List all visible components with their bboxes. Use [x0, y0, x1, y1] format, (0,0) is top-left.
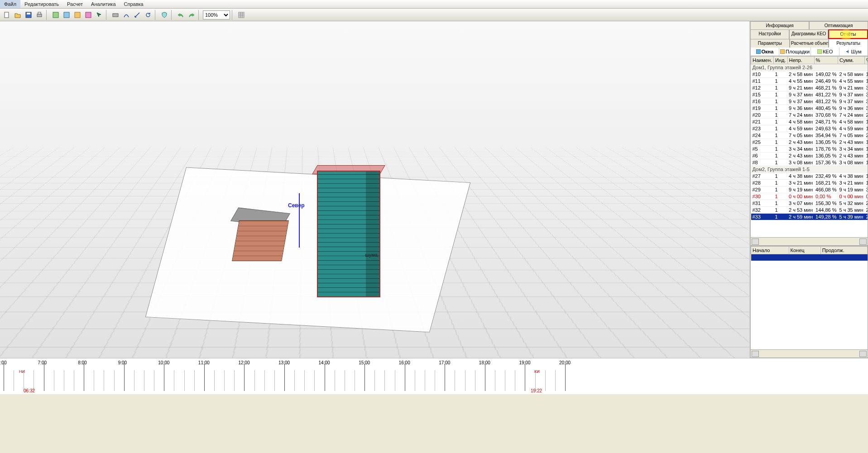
- tab-results[interactable]: Результаты: [829, 39, 868, 48]
- tb-shield-icon[interactable]: [159, 10, 169, 20]
- col-pct2[interactable]: %: [865, 57, 868, 64]
- col-pct[interactable]: %: [814, 57, 838, 64]
- svg-rect-0: [5, 12, 9, 18]
- tb-layer4-icon[interactable]: [83, 10, 93, 20]
- subtab-areas[interactable]: Площадки: [779, 48, 811, 56]
- menu-analytics[interactable]: Аналитика: [87, 0, 120, 8]
- tab-reports[interactable]: Отчёты: [828, 29, 868, 39]
- tab-keo-diagrams[interactable]: Диаграммы КЕО: [789, 29, 828, 39]
- svg-rect-4: [38, 12, 41, 14]
- table-row[interactable]: #1519 ч 37 мин481,22 %9 ч 37 мин384,9: [751, 91, 868, 98]
- timeline-subtick: [154, 370, 154, 391]
- timeline-subtick: [264, 370, 265, 391]
- table-row[interactable]: #2813 ч 21 мин168,21 %3 ч 21 мин134,5: [751, 180, 868, 186]
- svg-rect-3: [37, 14, 42, 17]
- intervals-hscroll[interactable]: [750, 350, 868, 358]
- tb-open-icon[interactable]: [13, 10, 23, 20]
- table-row[interactable]: #1619 ч 37 мин481,22 %9 ч 37 мин384,9: [751, 98, 868, 105]
- table-row[interactable]: #3113 ч 07 мин156,30 %5 ч 32 мин221,4: [751, 200, 868, 207]
- building-tower[interactable]: [317, 171, 380, 297]
- tb-rotate-icon[interactable]: [143, 10, 153, 20]
- toolbar-separator: [171, 10, 174, 20]
- timeline-subtick: [74, 370, 74, 391]
- tb-layer3-icon[interactable]: [72, 10, 82, 20]
- menu-calc[interactable]: Расчет: [63, 0, 87, 8]
- results-table[interactable]: Наимен. Инд. Непр. % Сумм. % Дом1, Групп…: [750, 56, 868, 238]
- toolbar-separator: [106, 10, 109, 20]
- col-sum[interactable]: Сумм.: [838, 57, 865, 64]
- col-end[interactable]: Конец: [789, 247, 820, 254]
- table-row[interactable]: #3312 ч 59 мин149,28 %5 ч 39 мин226,1: [751, 214, 868, 220]
- tb-line-icon[interactable]: [132, 10, 142, 20]
- table-row[interactable]: #1114 ч 55 мин246,49 %4 ч 55 мин197,1: [751, 78, 868, 85]
- tab-settings[interactable]: Настройки: [750, 29, 789, 39]
- menu-file[interactable]: Файл: [0, 0, 20, 8]
- menu-edit[interactable]: Редактировать: [20, 0, 63, 8]
- table-row[interactable]: #1012 ч 58 мин149,02 %2 ч 58 мин119,2: [751, 71, 868, 78]
- table-row[interactable]: #2114 ч 58 мин248,71 %4 ч 58 мин198,9: [751, 119, 868, 125]
- table-row[interactable]: #2017 ч 24 мин370,68 %7 ч 24 мин296,5: [751, 112, 868, 119]
- subtab-keo[interactable]: КЕО: [811, 48, 839, 56]
- table-group[interactable]: Дом2, Группа этажей 1-5: [751, 166, 868, 173]
- table-group[interactable]: Дом1, Группа этажей 2-26: [751, 64, 868, 71]
- table-row[interactable]: #2314 ч 59 мин249,63 %4 ч 59 мин199,7: [751, 125, 868, 132]
- col-duration[interactable]: Продолж.: [820, 247, 867, 254]
- viewport-3d[interactable]: Север шума: [0, 21, 750, 358]
- intervals-table[interactable]: Начало Конец Продолж.: [750, 246, 868, 350]
- tb-print-icon[interactable]: [34, 10, 44, 20]
- timeline-subtick: [455, 370, 455, 391]
- table-row[interactable]: #813 ч 08 мин157,36 %3 ч 08 мин125,8: [751, 159, 868, 166]
- timeline-tick: 19:00: [525, 364, 525, 391]
- tb-redo-icon[interactable]: [187, 10, 197, 20]
- col-nepr[interactable]: Непр.: [787, 57, 814, 64]
- building-low[interactable]: [232, 220, 289, 261]
- timeline-tick: 11:00: [204, 364, 205, 391]
- interval-row[interactable]: [751, 254, 868, 261]
- tab-calc-objects[interactable]: Расчетные объекты: [790, 39, 829, 48]
- table-row[interactable]: #3212 ч 53 мин144,86 %5 ч 35 мин223,9: [751, 207, 868, 214]
- table-hscroll[interactable]: [750, 238, 868, 246]
- svg-rect-5: [53, 12, 58, 18]
- table-row[interactable]: #1219 ч 21 мин468,21 %9 ч 21 мин374,5: [751, 85, 868, 91]
- tab-parameters[interactable]: Параметры: [750, 39, 790, 48]
- timeline-subtick: [465, 370, 465, 391]
- tb-arc-icon[interactable]: [121, 10, 131, 20]
- subtab-windows[interactable]: Окна: [751, 48, 779, 56]
- tb-layer1-icon[interactable]: [51, 10, 61, 20]
- table-row[interactable]: #1919 ч 36 мин480,45 %9 ч 36 мин384,3: [751, 105, 868, 112]
- tb-save-icon[interactable]: [24, 10, 34, 20]
- table-row[interactable]: #2417 ч 05 мин354,94 %7 ч 05 мин283,9: [751, 132, 868, 139]
- table-row[interactable]: #2919 ч 19 мин466,08 %9 ч 19 мин372,8: [751, 186, 868, 193]
- svg-rect-11: [756, 49, 761, 54]
- subtab-noise[interactable]: Шум: [839, 48, 868, 56]
- tb-pointer-icon[interactable]: [94, 10, 104, 20]
- table-row[interactable]: #2714 ч 38 мин232,49 %4 ч 38 мин186,0: [751, 173, 868, 180]
- timeline-tick: 16:00: [405, 364, 405, 391]
- timeline-subtick: [415, 370, 415, 391]
- col-name[interactable]: Наимен.: [751, 57, 774, 64]
- col-ind[interactable]: Инд.: [774, 57, 787, 64]
- tb-brick-icon[interactable]: [110, 10, 120, 20]
- table-row[interactable]: #3010 ч 00 мин0,00 %0 ч 00 мин0,00 %: [751, 193, 868, 200]
- svg-rect-8: [86, 12, 91, 18]
- toolbar: 100%: [0, 9, 868, 21]
- timeline-subtick: [174, 370, 174, 391]
- col-start[interactable]: Начало: [751, 247, 789, 254]
- timeline[interactable]: 6:007:008:009:0010:0011:0012:0013:0014:0…: [0, 358, 868, 394]
- tb-layer2-icon[interactable]: [62, 10, 72, 20]
- tab-info[interactable]: Информация: [750, 21, 809, 29]
- timeline-tick: 9:00: [124, 364, 125, 391]
- tb-new-icon[interactable]: [2, 10, 12, 20]
- table-row[interactable]: #2512 ч 43 мин136,05 %2 ч 43 мин108,8: [751, 139, 868, 146]
- areas-icon: [780, 49, 785, 54]
- timeline-subtick: [234, 370, 235, 391]
- zoom-select[interactable]: 100%: [203, 10, 230, 19]
- table-row[interactable]: #612 ч 43 мин136,05 %2 ч 43 мин108,8: [751, 153, 868, 159]
- timeline-subtick: [495, 370, 495, 391]
- tb-undo-icon[interactable]: [176, 10, 186, 20]
- tab-optimization[interactable]: Оптимизация: [809, 21, 868, 29]
- timeline-subtick: [64, 370, 64, 391]
- menu-help[interactable]: Справка: [120, 0, 148, 8]
- tb-grid-icon[interactable]: [236, 10, 246, 20]
- table-row[interactable]: #513 ч 34 мин178,76 %3 ч 34 мин143,0: [751, 146, 868, 153]
